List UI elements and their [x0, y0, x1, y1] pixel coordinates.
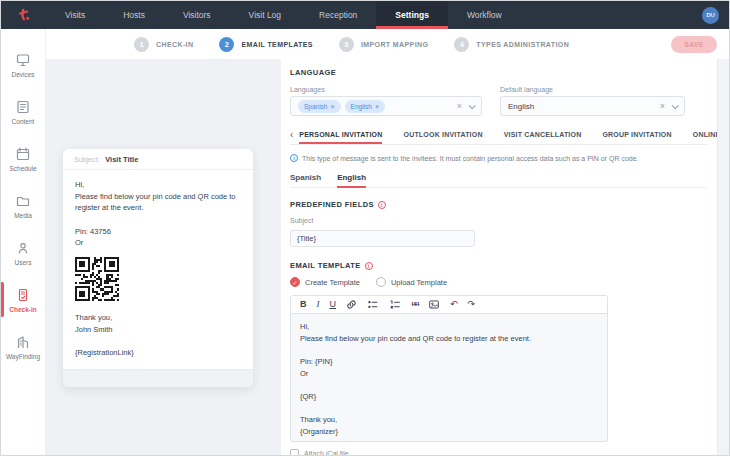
- languages-field: Languages Spanish × English ×: [290, 86, 482, 116]
- redo-icon[interactable]: ↷: [468, 300, 476, 309]
- remove-chip-icon[interactable]: ×: [375, 103, 379, 110]
- editor-content[interactable]: Hi, Please find below your pin code and …: [290, 314, 608, 442]
- chevron-down-icon[interactable]: [469, 102, 476, 109]
- tab-visit-cancellation[interactable]: VISIT CANCELLATION: [504, 131, 582, 143]
- brand-logo-icon[interactable]: [1, 1, 46, 29]
- nav-item-reception[interactable]: Reception: [300, 1, 376, 29]
- ordered-list-icon[interactable]: [389, 299, 401, 310]
- wizard-steps: 1 CHECK-IN 2 EMAIL TEMPLATES 3 IMPORT MA…: [134, 37, 569, 52]
- tab-personal-invitation[interactable]: PERSONAL INVITATION: [299, 131, 382, 143]
- nav-item-hosts[interactable]: Hosts: [104, 1, 164, 29]
- subject-label: Subject: [290, 217, 707, 224]
- unordered-list-icon[interactable]: [367, 299, 379, 310]
- insert-image-icon[interactable]: [428, 299, 440, 310]
- italic-icon[interactable]: I: [317, 300, 320, 309]
- languages-label: Languages: [290, 86, 482, 93]
- nav-item-visit-log[interactable]: Visit Log: [230, 1, 300, 29]
- radio-selected-icon: [290, 277, 300, 287]
- module-sidebar: Devices Content Schedule Media Users Che…: [1, 29, 46, 456]
- chevron-down-icon[interactable]: [672, 102, 679, 109]
- email-preview-panel: Subject: Visit Title Hi, Please find bel…: [46, 59, 281, 456]
- subtab-english[interactable]: English: [337, 173, 366, 187]
- user-avatar[interactable]: DU: [702, 7, 719, 24]
- step-types-administration[interactable]: 4 TYPES ADMINISTRATION: [454, 37, 569, 52]
- default-language-field: Default language English ×: [500, 86, 685, 116]
- blockquote-icon[interactable]: ““: [411, 297, 418, 312]
- wizard-header: 1 CHECK-IN 2 EMAIL TEMPLATES 3 IMPORT MA…: [46, 29, 729, 59]
- create-template-radio[interactable]: Create Template: [290, 277, 360, 287]
- languages-multiselect[interactable]: Spanish × English × ×: [290, 96, 482, 116]
- predefined-fields-title: PREDEFINED FIELDS: [290, 200, 707, 209]
- tab-group-invitation[interactable]: GROUP INVITATION: [602, 131, 671, 143]
- top-navbar: Visits Hosts Visitors Visit Log Receptio…: [1, 1, 729, 29]
- top-nav-items: Visits Hosts Visitors Visit Log Receptio…: [46, 1, 521, 29]
- attach-ical-checkbox[interactable]: [290, 449, 299, 456]
- tab-outlook-invitation[interactable]: OUTLOOK INVITATION: [403, 131, 482, 143]
- tab-online-registration[interactable]: ONLINE REGISTRATION: [693, 131, 717, 143]
- sidebar-item-users[interactable]: Users: [1, 229, 45, 276]
- sidebar-item-media[interactable]: Media: [1, 182, 45, 229]
- language-section-title: LANGUAGE: [290, 68, 707, 77]
- language-chip-spanish: Spanish ×: [298, 100, 341, 113]
- email-template-title: EMAIL TEMPLATE: [290, 261, 707, 270]
- nav-item-visitors[interactable]: Visitors: [164, 1, 230, 29]
- sidebar-item-content[interactable]: Content: [1, 88, 45, 135]
- editor-toolbar: B I U ““ ↶ ↷: [290, 295, 608, 314]
- template-mode-radios: Create Template Upload Template: [290, 277, 707, 287]
- schedule-icon: [15, 146, 31, 162]
- nav-item-workflow[interactable]: Workflow: [448, 1, 521, 29]
- checkin-icon: [15, 287, 31, 303]
- preview-body-bottom: Thank you, John Smith {RegistrationLink}: [75, 312, 241, 359]
- radio-unselected-icon: [376, 277, 386, 287]
- scrollbar-track[interactable]: [717, 59, 729, 456]
- step-email-templates[interactable]: 2 EMAIL TEMPLATES: [219, 37, 312, 52]
- step-check-in[interactable]: 1 CHECK-IN: [134, 37, 193, 52]
- subject-input[interactable]: [290, 230, 475, 247]
- info-icon: [290, 154, 298, 162]
- undo-icon[interactable]: ↶: [450, 300, 458, 309]
- remove-chip-icon[interactable]: ×: [331, 103, 335, 110]
- preview-subject-row: Subject: Visit Title: [63, 149, 253, 170]
- preview-subject-value: Visit Title: [105, 155, 138, 164]
- template-info-note: This type of message is sent to the invi…: [290, 154, 707, 162]
- info-icon: [365, 262, 373, 270]
- nav-item-settings[interactable]: Settings: [376, 1, 448, 29]
- sidebar-item-check-in[interactable]: Check-in: [1, 276, 45, 323]
- clear-select-icon[interactable]: ×: [457, 102, 462, 111]
- nav-item-visits[interactable]: Visits: [46, 1, 104, 29]
- upload-template-radio[interactable]: Upload Template: [376, 277, 447, 287]
- preview-body: Hi, Please find below your pin code and …: [63, 170, 253, 369]
- wayfinding-icon: [15, 334, 31, 350]
- sidebar-item-devices[interactable]: Devices: [1, 41, 45, 88]
- underline-icon[interactable]: U: [330, 300, 337, 309]
- link-icon[interactable]: [346, 299, 357, 310]
- default-language-label: Default language: [500, 86, 685, 93]
- language-chip-english: English ×: [345, 100, 385, 113]
- folder-icon: [15, 193, 31, 209]
- preview-subject-label: Subject:: [74, 156, 99, 163]
- email-templates-form: LANGUAGE Languages Spanish × E: [281, 59, 717, 456]
- sidebar-item-schedule[interactable]: Schedule: [1, 135, 45, 182]
- app-window: Visits Hosts Visitors Visit Log Receptio…: [0, 0, 730, 456]
- monitor-icon: [15, 52, 31, 68]
- step-import-mapping[interactable]: 3 IMPORT MAPPING: [339, 37, 428, 52]
- subtab-spanish[interactable]: Spanish: [290, 173, 321, 187]
- language-subtabs: Spanish English: [290, 173, 707, 188]
- attach-ical-label: Attach iCal file: [304, 450, 349, 456]
- info-icon: [378, 201, 386, 209]
- sidebar-item-wayfinding[interactable]: WayFinding: [1, 323, 45, 370]
- template-tabs-bar: ‹ PERSONAL INVITATION OUTLOOK INVITATION…: [290, 129, 707, 145]
- bold-icon[interactable]: B: [300, 300, 307, 309]
- save-button[interactable]: SAVE: [671, 36, 717, 53]
- clear-select-icon[interactable]: ×: [660, 102, 665, 111]
- preview-card-footer: [63, 369, 253, 387]
- users-icon: [15, 240, 31, 256]
- content-icon: [15, 99, 31, 115]
- rich-text-editor: B I U ““ ↶ ↷ Hi, Please find below your …: [290, 295, 608, 442]
- email-preview-card: Subject: Visit Title Hi, Please find bel…: [63, 149, 253, 387]
- qr-code: [75, 257, 241, 305]
- default-language-select[interactable]: English ×: [500, 96, 685, 116]
- attach-ical-row: Attach iCal file: [290, 449, 707, 456]
- preview-body-top: Hi, Please find below your pin code and …: [75, 179, 241, 249]
